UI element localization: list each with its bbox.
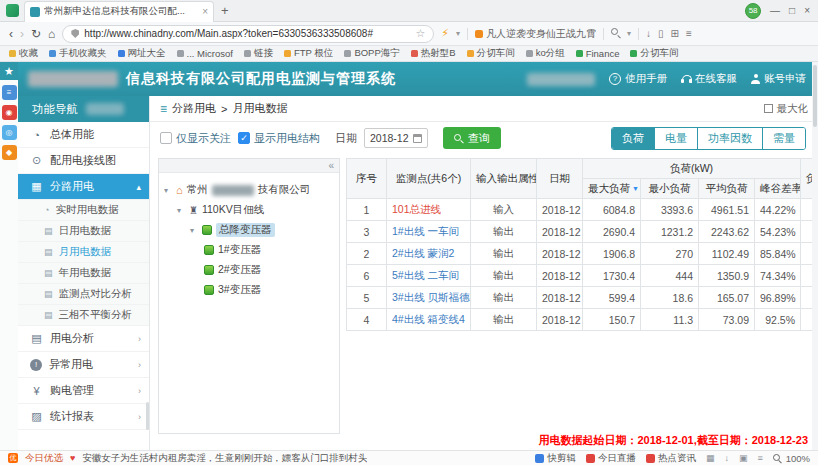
sidebar-subitem[interactable]: ▤日用电数据	[18, 221, 149, 242]
only-followed-checkbox[interactable]: 仅显示关注	[160, 131, 231, 146]
sidebar-item[interactable]: ◔总体用能	[18, 122, 149, 148]
shopping-app-icon[interactable]: ◆	[2, 145, 17, 160]
bookmark-item[interactable]: ... Microsof	[177, 48, 233, 59]
list-panel-icon[interactable]: ≡	[2, 85, 17, 100]
view-tab[interactable]: 功率因数	[697, 128, 762, 149]
sidebar-item[interactable]: ¥购电管理›	[18, 378, 149, 404]
show-structure-checkbox[interactable]: ✓ 显示用电结构	[238, 131, 320, 146]
bookmark-item[interactable]: 收藏	[9, 47, 38, 60]
bookmark-item[interactable]: ko分组	[526, 47, 565, 60]
column-header[interactable]: 平均负荷	[699, 179, 755, 199]
browser-tab[interactable]: 常州新申达信息科技有限公司配... ×	[24, 1, 214, 22]
tree-node-line[interactable]: ▾ ♜ 110KV目佃线	[164, 200, 334, 220]
url-field[interactable]: http://www.chinadny.com/Main.aspx?token=…	[62, 25, 434, 43]
cell-point[interactable]: 3#出线 贝斯福德3	[387, 287, 471, 309]
menu-icon[interactable]: ≡	[686, 29, 692, 39]
refresh-button[interactable]: ↻	[31, 28, 41, 40]
hot-app-icon[interactable]: ◉	[2, 105, 17, 120]
maximize-button[interactable]: □	[789, 6, 795, 16]
chevron-down-icon[interactable]: ▾	[456, 29, 460, 38]
skin-icon[interactable]: ▣	[739, 454, 748, 463]
sidebar-subitem[interactable]: ▤三相不平衡分析	[18, 305, 149, 326]
cell-point[interactable]: 2#出线 蒙润2	[387, 243, 471, 265]
page-scrollbar[interactable]	[812, 62, 818, 450]
bookmark-item[interactable]: Finance	[576, 48, 620, 59]
phone-sync-icon[interactable]: ▯	[658, 29, 664, 39]
bookmark-item[interactable]: 手机收藏夹	[49, 47, 107, 60]
view-tab[interactable]: 需量	[762, 128, 805, 149]
search-icon[interactable]	[611, 28, 620, 39]
bookmark-item[interactable]: BOPP海宁	[344, 47, 399, 60]
view-tab[interactable]: 负荷	[612, 128, 654, 149]
caret-icon[interactable]: ▾	[190, 226, 198, 235]
tree-node-main-transformer[interactable]: ▾ 总降变压器	[164, 220, 334, 240]
back-button[interactable]: ‹	[9, 28, 13, 40]
tab-close-icon[interactable]: ×	[202, 6, 208, 17]
game-promo-link[interactable]: 凡人逆袭变身仙王战九霄	[475, 27, 596, 41]
breadcrumb-root[interactable]: 分路用电	[172, 101, 216, 116]
bookmark-item[interactable]: 热射型B	[411, 47, 456, 60]
sidebar-subitem[interactable]: ▤年用电数据	[18, 263, 149, 284]
cell-point[interactable]: 4#出线 箱变线4	[387, 309, 471, 331]
sidebar-scrollbar[interactable]	[146, 402, 149, 430]
hot-picks-label[interactable]: 今日优选	[25, 452, 63, 465]
account-link[interactable]: 账号申请	[751, 72, 806, 86]
bookmark-item[interactable]: FTP 根位	[284, 47, 333, 60]
bookmark-item[interactable]: 链接	[244, 47, 273, 60]
news-ticker[interactable]: 安徽女子为生活村内租房卖淫，生意刚刚开始，嫖客从门口排到村头	[82, 452, 367, 465]
menu-icon[interactable]: ≡	[160, 102, 167, 116]
bookmark-item[interactable]: 网址大全	[118, 47, 166, 60]
scrollbar-thumb[interactable]	[813, 65, 817, 127]
cell-point[interactable]: 101总进线	[387, 199, 471, 221]
browser-logo-icon[interactable]	[6, 4, 19, 17]
close-button[interactable]: ×	[804, 6, 810, 16]
screenshot-icon[interactable]: ▦	[706, 454, 715, 463]
speed-ball-badge[interactable]: 58	[745, 3, 761, 19]
apps-grid-icon[interactable]: ⊞	[671, 29, 679, 39]
collapse-panel-button[interactable]: «	[328, 161, 334, 171]
status-tool[interactable]: 快剪辑	[535, 452, 576, 465]
column-header[interactable]: 最大负荷▼	[583, 179, 641, 199]
download-icon[interactable]: ↓	[646, 29, 651, 39]
maximize-view-button[interactable]: 最大化	[764, 102, 809, 116]
site-info-icon[interactable]	[71, 29, 79, 38]
sidebar-item[interactable]: ▦分路用电▴	[18, 174, 149, 200]
speed-mode-icon[interactable]: ⚡	[441, 27, 449, 40]
sidebar-item[interactable]: ▨统计报表›	[18, 404, 149, 430]
menu-icon[interactable]: ≡	[757, 454, 762, 463]
bookmark-star-icon[interactable]: ☆	[415, 27, 425, 40]
chevron-down-icon[interactable]: ▾	[627, 29, 631, 38]
cell-point[interactable]: 1#出线 一车间	[387, 221, 471, 243]
download-icon[interactable]: ↓	[724, 454, 729, 463]
status-tool[interactable]: 今日直播	[586, 452, 636, 465]
tree-node-transformer[interactable]: 2#变压器	[164, 260, 334, 280]
zoom-control[interactable]: 100%	[773, 453, 810, 464]
caret-icon[interactable]: ▾	[177, 206, 185, 215]
new-tab-button[interactable]: +	[221, 3, 229, 18]
date-input[interactable]: 2018-12	[364, 128, 428, 148]
view-tab[interactable]: 电量	[654, 128, 697, 149]
favorites-star-icon[interactable]: ★	[0, 62, 18, 80]
column-header[interactable]: 最小负荷	[641, 179, 699, 199]
query-button[interactable]: 查询	[443, 127, 501, 149]
home-button[interactable]: ⌂	[48, 28, 55, 40]
status-tool[interactable]: 热点资讯	[646, 452, 696, 465]
sidebar-item[interactable]: ⊙配用电接线图	[18, 148, 149, 174]
service-link[interactable]: 在线客服	[681, 72, 737, 86]
bookmark-item[interactable]: 分切车间	[467, 47, 515, 60]
camera-app-icon[interactable]: ◎	[2, 125, 17, 140]
cell-point[interactable]: 5#出线 二车间	[387, 265, 471, 287]
forward-button[interactable]: ›	[20, 28, 24, 40]
tree-node-transformer[interactable]: 1#变压器	[164, 240, 334, 260]
caret-icon[interactable]: ▾	[164, 186, 172, 195]
sidebar-subitem[interactable]: ◔实时用电数据	[18, 200, 149, 221]
tree-node-company[interactable]: ▾ ⌂ 常州 技有限公司	[164, 180, 334, 200]
bookmark-item[interactable]: 分切车间	[630, 47, 678, 60]
sidebar-subitem[interactable]: ▤月用电数据	[18, 242, 149, 263]
tree-node-transformer[interactable]: 3#变压器	[164, 280, 334, 300]
sidebar-item[interactable]: !异常用电›	[18, 352, 149, 378]
column-header[interactable]: 峰谷差率	[755, 179, 801, 199]
minimize-button[interactable]: —	[770, 6, 780, 16]
sidebar-subitem[interactable]: ▤监测点对比分析	[18, 284, 149, 305]
manual-link[interactable]: ? 使用手册	[609, 72, 667, 86]
